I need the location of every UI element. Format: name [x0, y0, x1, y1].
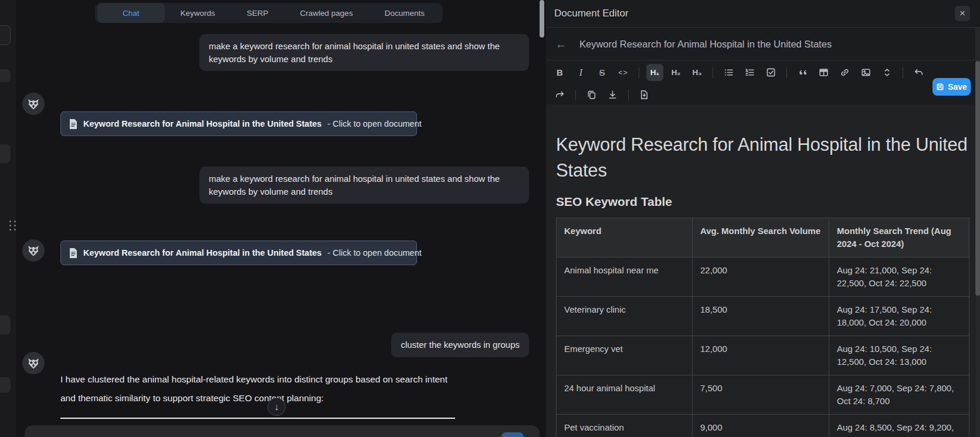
heading1-button[interactable]: H₁: [646, 64, 663, 81]
cell-trend[interactable]: Aug 24: 17,500, Sep 24: 18,000, Oct 24: …: [829, 297, 969, 336]
assistant-message-text: I have clustered the animal hospital-rel…: [60, 370, 455, 408]
document-link-card[interactable]: Keyword Research for Animal Hospital in …: [60, 111, 417, 136]
toolbar-divider: [713, 67, 713, 78]
link-button[interactable]: [836, 64, 853, 81]
editor-toolbar-row-2: [551, 86, 653, 103]
tab-chat[interactable]: Chat: [97, 3, 165, 23]
table-row: Emergency vet 12,000 Aug 24: 10,500, Sep…: [557, 336, 969, 375]
horizontal-rule-button[interactable]: [879, 64, 896, 81]
user-message-bubble: make a keyword research for animal hospi…: [199, 167, 529, 204]
cell-trend[interactable]: Aug 24: 8,500, Sep 24: 9,200, Oct 24: 9,…: [829, 415, 969, 437]
cell-keyword[interactable]: 24 hour animal hospital: [557, 375, 693, 415]
table-icon: [819, 67, 829, 77]
task-list-button[interactable]: [762, 64, 779, 81]
link-icon: [840, 67, 850, 77]
italic-button[interactable]: I: [572, 64, 589, 81]
table-row: Pet vaccination 9,000 Aug 24: 8,500, Sep…: [557, 415, 969, 437]
document-heading[interactable]: Keyword Research for Animal Hospital in …: [556, 132, 970, 184]
cell-keyword[interactable]: Emergency vet: [557, 336, 693, 375]
document-subheading[interactable]: SEO Keyword Table: [556, 195, 969, 209]
cell-trend[interactable]: Aug 24: 21,000, Sep 24: 22,500, Oct 24: …: [829, 258, 969, 297]
document-icon: [69, 119, 77, 129]
editor-scrollbar-thumb[interactable]: [975, 61, 980, 296]
toolbar-divider: [903, 67, 903, 78]
image-button[interactable]: [857, 64, 874, 81]
document-icon: [69, 248, 77, 258]
scroll-to-bottom-button[interactable]: ↓: [267, 398, 286, 416]
strikethrough-button[interactable]: S: [594, 64, 611, 81]
tab-crawled-pages[interactable]: Crawled pages: [284, 3, 369, 23]
editor-toolbar-row-1: B I S <> H₁ H₂ H₃: [551, 64, 927, 81]
tab-serp[interactable]: SERP: [231, 3, 284, 23]
cell-volume[interactable]: 7,500: [693, 375, 829, 415]
owl-logo-icon: [26, 355, 41, 371]
editor-scrollbar-track[interactable]: [975, 28, 980, 437]
editor-header: Document Editor: [546, 0, 980, 28]
close-panel-button[interactable]: ×: [955, 6, 970, 21]
cell-volume[interactable]: 12,000: [693, 336, 829, 375]
rail-item-fragment: [0, 144, 11, 163]
tab-keywords[interactable]: Keywords: [165, 3, 231, 23]
message-divider: [60, 418, 455, 419]
cell-volume[interactable]: 22,000: [693, 258, 829, 297]
cell-keyword[interactable]: Animal hospital near me: [557, 258, 693, 297]
file-export-icon: [639, 90, 649, 100]
cell-volume[interactable]: 18,500: [693, 297, 829, 336]
cell-keyword[interactable]: Veterinary clinic: [557, 297, 693, 336]
app-window: Chat Keywords SERP Crawled pages Documen…: [0, 0, 980, 437]
save-button[interactable]: Save: [932, 78, 971, 96]
download-button[interactable]: [604, 86, 621, 103]
back-arrow-icon[interactable]: ←: [555, 39, 567, 50]
assistant-avatar: [22, 352, 45, 374]
seo-keyword-table[interactable]: Keyword Avg. Monthly Search Volume Month…: [556, 218, 969, 437]
tab-documents[interactable]: Documents: [369, 3, 440, 23]
blockquote-button[interactable]: [794, 64, 811, 81]
cell-trend[interactable]: Aug 24: 7,000, Sep 24: 7,800, Oct 24: 8,…: [829, 375, 969, 415]
image-icon: [861, 67, 871, 77]
toolbar-divider: [786, 67, 787, 78]
chat-input[interactable]: [25, 425, 540, 437]
heading2-button[interactable]: H₂: [667, 64, 684, 81]
editor-doc-nav: ← Keyword Research for Animal Hospital i…: [546, 28, 980, 60]
chat-panel: Chat Keywords SERP Crawled pages Documen…: [16, 0, 546, 437]
cell-volume[interactable]: 9,000: [693, 415, 829, 437]
bullet-list-button[interactable]: [720, 64, 737, 81]
cell-trend[interactable]: Aug 24: 10,500, Sep 24: 12,500, Oct 24: …: [829, 336, 969, 375]
user-message-bubble: cluster the keywords in groups: [391, 333, 529, 357]
rail-item-fragment: [0, 315, 11, 334]
column-header-volume[interactable]: Avg. Monthly Search Volume: [693, 218, 829, 258]
table-row: 24 hour animal hospital 7,500 Aug 24: 7,…: [557, 375, 969, 415]
redo-button[interactable]: [551, 86, 568, 103]
heading3-button[interactable]: H₃: [689, 64, 706, 81]
table-header-row: Keyword Avg. Monthly Search Volume Month…: [557, 218, 969, 258]
send-button[interactable]: [501, 432, 524, 437]
ordered-list-button[interactable]: [741, 64, 758, 81]
column-header-trend[interactable]: Monthly Search Trend (Aug 2024 - Oct 202…: [829, 218, 969, 258]
table-button[interactable]: [815, 64, 832, 81]
export-pdf-button[interactable]: [636, 86, 653, 103]
column-header-keyword[interactable]: Keyword: [557, 218, 693, 258]
document-link-card[interactable]: Keyword Research for Animal Hospital in …: [60, 240, 417, 265]
download-icon: [608, 90, 618, 100]
assistant-avatar: [22, 93, 45, 115]
document-link-hint: - Click to open document: [327, 119, 421, 128]
editor-document: Keyword Research for Animal Hospital in …: [546, 104, 975, 437]
user-message-bubble: make a keyword research for animal hospi…: [199, 34, 529, 71]
bold-button[interactable]: B: [551, 64, 568, 81]
code-button[interactable]: <>: [615, 64, 632, 81]
left-rail: [0, 0, 16, 437]
table-row: Animal hospital near me 22,000 Aug 24: 2…: [557, 258, 969, 297]
copy-icon: [586, 90, 596, 100]
editor-panel-title: Document Editor: [554, 8, 629, 19]
copy-button[interactable]: [583, 86, 600, 103]
ordered-list-icon: [745, 67, 755, 77]
undo-button[interactable]: [910, 64, 927, 81]
toolbar-divider: [639, 67, 639, 78]
cell-keyword[interactable]: Pet vaccination: [557, 415, 693, 437]
quote-icon: [798, 67, 808, 77]
toolbar-divider: [628, 90, 629, 100]
rail-item-fragment: [0, 25, 11, 45]
chat-scrollbar-thumb[interactable]: [540, 0, 544, 38]
rail-item-fragment: [0, 377, 11, 393]
vertical-spacing-icon: [882, 67, 892, 77]
